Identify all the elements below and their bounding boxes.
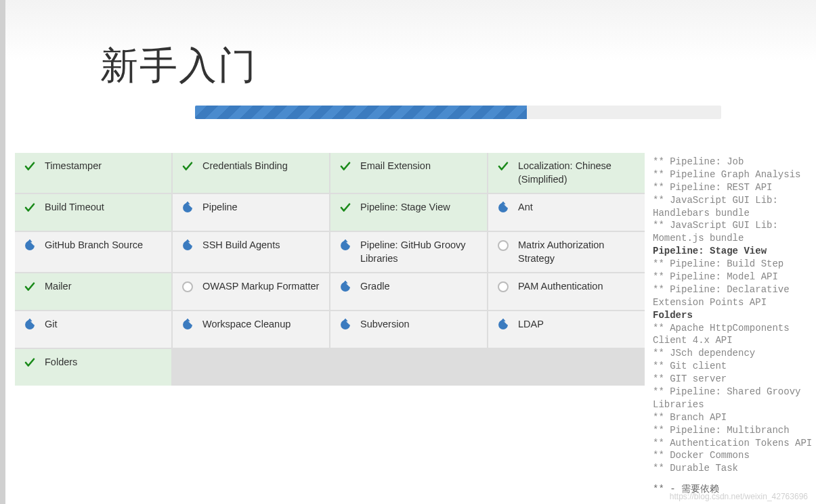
- plugin-cell: Subversion: [330, 311, 487, 348]
- log-line: ** GIT server: [653, 373, 812, 386]
- plugin-cell: Gradle: [330, 273, 487, 310]
- check-icon: [23, 280, 37, 294]
- install-log: ** Pipeline: Job** Pipeline Graph Analys…: [645, 153, 816, 499]
- plugin-cell: Ant: [488, 194, 645, 231]
- log-line: ** Pipeline: Job: [653, 156, 812, 168]
- plugin-grid: TimestamperCredentials BindingEmail Exte…: [15, 153, 645, 386]
- check-icon: [181, 160, 194, 173]
- plugin-name: Timestamper: [45, 160, 102, 171]
- plugin-cell: Matrix Authorization Strategy: [488, 232, 645, 272]
- pending-icon: [496, 239, 510, 252]
- plugin-name: OWASP Markup Formatter: [202, 281, 319, 292]
- plugin-cell: Folders: [15, 349, 171, 386]
- refresh-icon: [23, 318, 37, 331]
- plugin-name: Git: [45, 319, 58, 329]
- check-icon: [339, 201, 352, 214]
- plugin-cell: Pipeline: GitHub Groovy Libraries: [330, 232, 487, 272]
- log-line: ** Pipeline: Shared Groovy Libraries: [653, 386, 812, 411]
- check-icon: [339, 160, 352, 173]
- plugin-cell: LDAP: [488, 311, 645, 348]
- plugin-name: LDAP: [518, 319, 544, 329]
- refresh-icon: [181, 239, 194, 252]
- log-line: ** JavaScript GUI Lib: Handlebars bundle: [653, 194, 812, 220]
- plugin-cell: Credentials Binding: [173, 153, 329, 193]
- plugin-name: Pipeline: Stage View: [360, 202, 450, 212]
- plugin-cell: Build Timeout: [15, 194, 171, 231]
- window-edge: [0, 0, 5, 504]
- log-line: ** Pipeline: Multibranch: [653, 424, 812, 437]
- log-line: ** Durable Task: [653, 462, 812, 475]
- page-title: 新手入门: [100, 41, 816, 92]
- log-line: ** Git client: [653, 360, 812, 373]
- plugin-name: PAM Authentication: [518, 281, 603, 292]
- log-line: ** JSch dependency: [653, 347, 812, 360]
- plugin-cell: PAM Authentication: [488, 273, 645, 310]
- refresh-icon: [496, 318, 510, 331]
- plugin-cell: Mailer: [15, 273, 171, 310]
- header: 新手入门: [5, 0, 816, 153]
- log-line: ** Pipeline: REST API: [653, 181, 812, 194]
- log-line: Pipeline: Stage View: [653, 245, 812, 258]
- refresh-icon: [339, 239, 352, 252]
- refresh-icon: [181, 318, 194, 331]
- refresh-icon: [339, 280, 352, 294]
- plugin-cell: Workspace Cleanup: [173, 311, 329, 348]
- refresh-icon: [496, 201, 510, 214]
- refresh-icon: [181, 201, 194, 214]
- plugin-cell: Timestamper: [15, 153, 171, 193]
- watermark: https://blog.csdn.net/weixin_42763696: [670, 492, 808, 501]
- refresh-icon: [23, 239, 37, 252]
- plugin-name: Pipeline: GitHub Groovy Libraries: [360, 239, 466, 264]
- pending-icon: [181, 280, 194, 294]
- plugin-name: Matrix Authorization Strategy: [518, 239, 604, 264]
- log-line: ** Pipeline Graph Analysis: [653, 168, 812, 181]
- plugin-cell: Pipeline: Stage View: [330, 194, 487, 231]
- log-line: ** Pipeline: Declarative Extension Point…: [653, 283, 812, 309]
- plugin-cell: Email Extension: [330, 153, 487, 193]
- log-line: ** JavaScript GUI Lib: Moment.js bundle: [653, 219, 812, 245]
- refresh-icon: [339, 318, 352, 331]
- progress-track: [195, 106, 721, 119]
- progress-bar: [195, 106, 527, 119]
- plugin-cell: Pipeline: [173, 194, 329, 231]
- plugin-name: SSH Build Agents: [202, 239, 280, 250]
- check-icon: [23, 356, 37, 369]
- plugin-name: Localization: Chinese (Simplified): [518, 160, 611, 185]
- log-line: ** Docker Commons: [653, 449, 812, 462]
- check-icon: [23, 160, 37, 173]
- plugin-cell: Git: [15, 311, 171, 348]
- plugin-name: Build Timeout: [45, 202, 104, 212]
- plugin-name: Mailer: [45, 281, 71, 292]
- content-row: TimestamperCredentials BindingEmail Exte…: [5, 153, 816, 499]
- check-icon: [23, 201, 37, 214]
- pending-icon: [496, 280, 510, 294]
- log-line: ** Apache HttpComponents Client 4.x API: [653, 322, 812, 348]
- log-line: ** Authentication Tokens API: [653, 437, 812, 450]
- log-line: Folders: [653, 309, 812, 322]
- plugin-name: Folders: [45, 357, 77, 367]
- plugin-cell: Localization: Chinese (Simplified): [488, 153, 645, 193]
- plugin-name: Pipeline: [202, 202, 238, 212]
- plugin-name: Email Extension: [360, 160, 431, 171]
- plugin-name: Subversion: [360, 319, 410, 329]
- plugin-name: GitHub Branch Source: [45, 239, 143, 250]
- plugin-cell: SSH Build Agents: [173, 232, 329, 272]
- setup-wizard-page: 新手入门 TimestamperCredentials BindingEmail…: [5, 0, 816, 504]
- plugin-name: Ant: [518, 202, 533, 212]
- plugin-name: Workspace Cleanup: [202, 319, 291, 329]
- log-line: ** Branch API: [653, 411, 812, 424]
- plugin-name: Credentials Binding: [202, 160, 288, 171]
- log-line: ** Pipeline: Model API: [653, 271, 812, 283]
- plugin-cell: GitHub Branch Source: [15, 232, 171, 272]
- plugin-name: Gradle: [360, 281, 390, 292]
- log-line: ** Pipeline: Build Step: [653, 258, 812, 271]
- check-icon: [496, 160, 510, 173]
- plugin-cell: OWASP Markup Formatter: [173, 273, 329, 310]
